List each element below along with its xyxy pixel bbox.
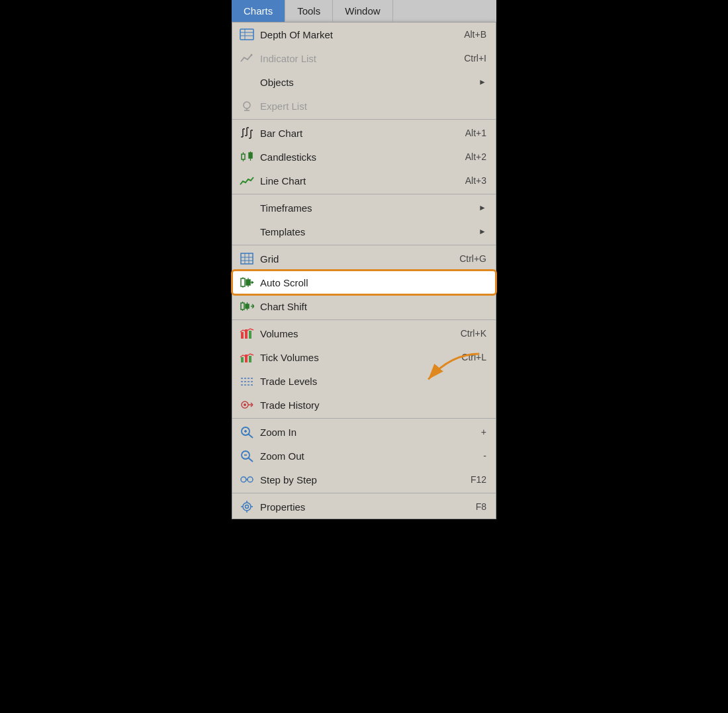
tick-volumes-shortcut: Ctrl+L	[461, 352, 486, 362]
chart-shift-label: Chart Shift	[260, 301, 486, 312]
svg-line-62	[249, 458, 253, 462]
svg-point-64	[248, 477, 253, 482]
svg-rect-31	[246, 280, 250, 285]
indicator-list-label: Indicator List	[260, 53, 464, 64]
candlesticks-icon	[238, 149, 256, 164]
menu-item-properties[interactable]: Properties F8	[232, 495, 496, 519]
step-by-step-label: Step by Step	[260, 474, 471, 485]
tab-charts[interactable]: Charts	[232, 0, 285, 22]
svg-line-59	[249, 435, 253, 439]
menu-item-zoom-out[interactable]: Zoom Out -	[232, 444, 496, 468]
timeframes-label: Timeframes	[260, 202, 475, 214]
svg-rect-47	[249, 356, 251, 362]
svg-rect-35	[241, 303, 244, 310]
objects-arrow: ►	[478, 77, 486, 87]
svg-rect-42	[241, 332, 244, 339]
svg-point-63	[241, 477, 246, 482]
menu-item-templates[interactable]: Templates ►	[232, 220, 496, 243]
grid-icon	[238, 251, 256, 266]
zoomin-icon	[238, 425, 256, 439]
menu-item-volumes[interactable]: Volumes Ctrl+K	[232, 321, 496, 345]
indicator-list-shortcut: Ctrl+I	[464, 53, 486, 63]
tick-volumes-label: Tick Volumes	[260, 352, 461, 363]
menu-item-expert-list[interactable]: Expert List	[232, 94, 496, 118]
menu-item-trade-history[interactable]: Trade History	[232, 393, 496, 417]
properties-icon	[238, 499, 256, 514]
autoscroll-icon	[238, 275, 256, 290]
objects-icon	[238, 75, 256, 89]
linechart-icon	[238, 173, 256, 188]
properties-shortcut: F8	[476, 501, 486, 512]
menu-item-depth-of-market[interactable]: Depth Of Market Alt+B	[232, 22, 496, 46]
menu-item-trade-levels[interactable]: Trade Levels	[232, 369, 496, 393]
menu-item-zoom-in[interactable]: Zoom In +	[232, 420, 496, 444]
svg-rect-20	[249, 153, 252, 158]
menu-item-indicator-list[interactable]: Indicator List Ctrl+I	[232, 46, 496, 70]
expert-list-label: Expert List	[260, 101, 486, 112]
svg-rect-38	[246, 304, 249, 308]
chartshift-icon	[238, 299, 256, 314]
indicator-icon	[238, 51, 256, 65]
templates-arrow: ►	[478, 227, 486, 236]
depth-of-market-label: Depth Of Market	[260, 29, 464, 40]
menu-item-auto-scroll[interactable]: Auto Scroll	[232, 271, 496, 294]
menu-container: Charts Tools Window Depth Of Market Alt+…	[232, 0, 496, 519]
sep-2	[232, 194, 496, 194]
expert-icon	[238, 99, 256, 113]
zoom-out-label: Zoom Out	[260, 450, 483, 462]
menu-item-tick-volumes[interactable]: Tick Volumes Ctrl+L	[232, 345, 496, 369]
svg-rect-23	[241, 253, 253, 264]
menu-item-chart-shift[interactable]: Chart Shift	[232, 294, 496, 318]
menu-item-line-chart[interactable]: Line Chart Alt+3	[232, 169, 496, 192]
zoomout-icon	[238, 448, 256, 463]
menu-item-grid[interactable]: Grid Ctrl+G	[232, 247, 496, 271]
timeframes-arrow: ►	[478, 203, 486, 212]
menu-item-candlesticks[interactable]: Candlesticks Alt+2	[232, 145, 496, 169]
menu-item-bar-chart[interactable]: Bar Chart Alt+1	[232, 121, 496, 145]
properties-label: Properties	[260, 501, 476, 513]
sep-4	[232, 319, 496, 320]
svg-point-52	[244, 403, 246, 406]
svg-rect-28	[241, 278, 245, 286]
tab-bar: Charts Tools Window	[232, 0, 496, 22]
sep-1	[232, 119, 496, 120]
menu-item-objects[interactable]: Objects ►	[232, 70, 496, 94]
svg-point-66	[243, 503, 251, 511]
svg-rect-44	[249, 331, 251, 339]
line-chart-shortcut: Alt+3	[465, 175, 486, 186]
step-by-step-shortcut: F12	[471, 474, 486, 485]
menu-item-timeframes[interactable]: Timeframes ►	[232, 196, 496, 220]
trade-levels-label: Trade Levels	[260, 376, 486, 387]
volumes-shortcut: Ctrl+K	[461, 328, 486, 339]
candlesticks-shortcut: Alt+2	[465, 151, 486, 162]
svg-rect-45	[241, 357, 244, 362]
line-chart-label: Line Chart	[260, 175, 465, 187]
bar-chart-shortcut: Alt+1	[465, 128, 486, 138]
grid-shortcut: Ctrl+G	[459, 253, 486, 264]
timeframes-icon	[238, 200, 256, 215]
templates-label: Templates	[260, 226, 475, 237]
sep-6	[232, 493, 496, 493]
objects-label: Objects	[260, 77, 475, 88]
charts-dropdown: Depth Of Market Alt+B Indicator List Ctr…	[232, 22, 496, 519]
zoom-in-label: Zoom In	[260, 427, 481, 438]
tradehistory-icon	[238, 398, 256, 412]
svg-rect-17	[242, 154, 245, 159]
volumes-icon	[238, 326, 256, 341]
menu-item-step-by-step[interactable]: Step by Step F12	[232, 468, 496, 491]
sep-3	[232, 245, 496, 245]
tab-tools[interactable]: Tools	[285, 0, 333, 22]
grid-label: Grid	[260, 253, 459, 265]
svg-rect-0	[240, 29, 253, 40]
candlesticks-label: Candlesticks	[260, 151, 465, 163]
tab-window[interactable]: Window	[333, 0, 392, 22]
auto-scroll-label: Auto Scroll	[260, 277, 486, 288]
zoom-out-shortcut: -	[483, 450, 486, 461]
svg-point-4	[251, 54, 253, 56]
tickvol-icon	[238, 350, 256, 364]
stepbystep-icon	[238, 472, 256, 487]
templates-icon	[238, 224, 256, 239]
svg-point-67	[246, 505, 249, 509]
zoom-in-shortcut: +	[481, 427, 486, 437]
barchart-icon	[238, 126, 256, 140]
